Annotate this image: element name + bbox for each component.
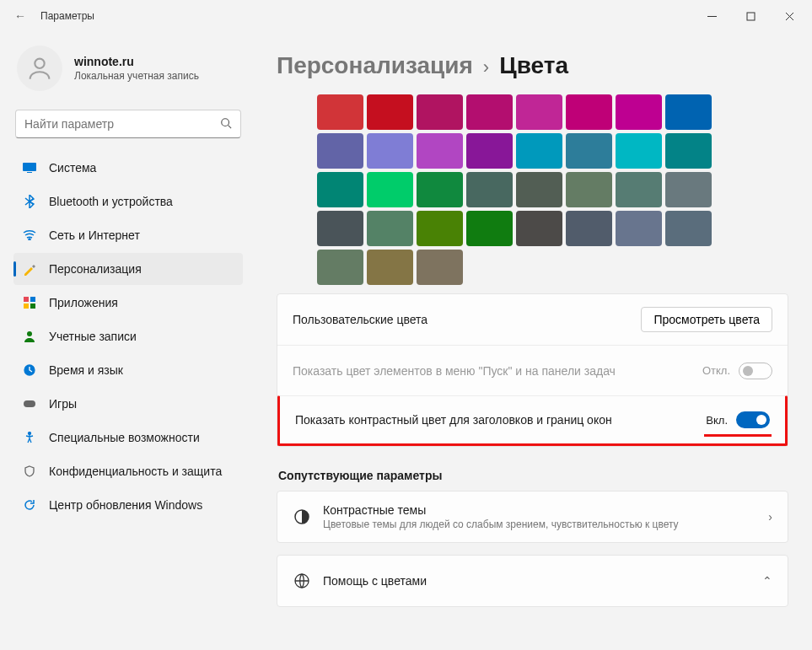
color-swatch[interactable]	[665, 133, 712, 169]
svg-rect-0	[747, 13, 755, 20]
color-swatch[interactable]	[317, 94, 363, 130]
color-palette	[317, 94, 788, 285]
globe-icon	[293, 572, 311, 589]
color-swatch[interactable]	[417, 172, 463, 207]
sidebar-item-gaming[interactable]: Игры	[13, 388, 243, 420]
custom-colors-label: Пользовательские цвета	[293, 313, 629, 326]
search-box[interactable]	[15, 110, 241, 138]
sidebar-item-system[interactable]: Система	[13, 152, 243, 184]
sidebar-item-bluetooth[interactable]: Bluetooth и устройства	[13, 185, 243, 218]
svg-point-5	[29, 239, 30, 240]
view-colors-button[interactable]: Просмотреть цвета	[641, 307, 772, 332]
close-button[interactable]	[770, 3, 809, 29]
svg-rect-9	[30, 304, 35, 309]
color-swatch[interactable]	[317, 172, 363, 207]
color-swatch[interactable]	[616, 211, 662, 246]
color-swatch[interactable]	[566, 133, 612, 169]
color-swatch[interactable]	[367, 133, 413, 169]
color-swatch[interactable]	[417, 133, 463, 169]
color-swatch[interactable]	[466, 94, 513, 130]
color-swatch[interactable]	[616, 172, 662, 207]
bluetooth-icon	[22, 194, 37, 209]
color-swatch[interactable]	[516, 172, 562, 207]
color-swatch[interactable]	[317, 250, 363, 285]
color-swatch[interactable]	[516, 211, 562, 246]
profile[interactable]: winnote.ru Локальная учетная запись	[10, 40, 246, 106]
sidebar-item-apps[interactable]: Приложения	[13, 287, 243, 319]
breadcrumb: Персонализация › Цвета	[277, 52, 788, 79]
maximize-button[interactable]	[731, 3, 770, 29]
accessibility-icon	[22, 430, 37, 445]
color-swatch[interactable]	[417, 211, 463, 246]
sidebar-item-label: Сеть и Интернет	[49, 228, 140, 242]
svg-rect-4	[27, 172, 32, 173]
privacy-icon	[22, 464, 37, 479]
sidebar-item-personalization[interactable]: Персонализация	[13, 253, 243, 285]
color-swatch[interactable]	[417, 250, 463, 285]
sidebar-item-label: Время и язык	[49, 363, 123, 377]
color-swatch[interactable]	[367, 172, 413, 207]
sidebar-item-label: Конфиденциальность и защита	[49, 465, 222, 478]
color-swatch[interactable]	[566, 211, 612, 246]
sidebar-item-time[interactable]: Время и язык	[13, 354, 243, 386]
title-borders-state: Вкл.	[706, 414, 728, 427]
title-borders-toggle[interactable]	[736, 411, 770, 428]
svg-point-10	[27, 331, 32, 336]
help-colors-card[interactable]: Помощь с цветами ⌃	[277, 555, 788, 607]
sidebar-item-accessibility[interactable]: Специальные возможности	[13, 422, 243, 454]
search-input[interactable]	[24, 117, 220, 131]
sidebar-item-accounts[interactable]: Учетные записи	[13, 320, 243, 352]
back-button[interactable]: ←	[3, 9, 37, 23]
color-swatch[interactable]	[466, 172, 513, 207]
chevron-up-icon: ⌃	[762, 574, 772, 588]
svg-rect-3	[23, 163, 36, 171]
sidebar-item-label: Специальные возможности	[49, 431, 200, 444]
color-swatch[interactable]	[367, 211, 413, 246]
color-swatch[interactable]	[616, 133, 662, 169]
help-colors-label: Помощь с цветами	[323, 574, 750, 588]
sidebar: winnote.ru Локальная учетная запись Сист…	[0, 32, 253, 650]
color-swatch[interactable]	[417, 94, 463, 130]
color-swatch[interactable]	[317, 211, 363, 246]
color-swatch[interactable]	[317, 133, 363, 169]
sidebar-item-label: Bluetooth и устройства	[49, 195, 173, 208]
update-icon	[22, 497, 37, 513]
color-swatch[interactable]	[566, 172, 612, 207]
search-icon	[220, 117, 232, 132]
sidebar-item-network[interactable]: Сеть и Интернет	[13, 219, 243, 251]
related-section-title: Сопутствующие параметры	[278, 469, 788, 482]
svg-rect-7	[30, 297, 35, 302]
custom-colors-row: Пользовательские цвета Просмотреть цвета	[277, 294, 788, 345]
title-borders-row: Показать контрастный цвет для заголовков…	[277, 395, 788, 446]
main-content: Персонализация › Цвета Пользовательские …	[253, 32, 812, 650]
color-swatch[interactable]	[566, 94, 612, 130]
color-swatch[interactable]	[516, 94, 562, 130]
color-swatch[interactable]	[665, 172, 712, 207]
minimize-button[interactable]	[692, 3, 731, 29]
color-swatch[interactable]	[466, 211, 513, 246]
start-taskbar-toggle	[739, 363, 772, 379]
contrast-themes-card[interactable]: Контрастные темы Цветовые темы для людей…	[277, 491, 788, 543]
sidebar-item-label: Персонализация	[49, 262, 142, 276]
network-icon	[22, 228, 37, 243]
color-swatch[interactable]	[367, 250, 413, 285]
sidebar-item-label: Учетные записи	[49, 330, 137, 343]
contrast-themes-sub: Цветовые темы для людей со слабым зрение…	[323, 518, 756, 530]
color-swatch[interactable]	[665, 211, 712, 246]
svg-rect-8	[24, 304, 29, 309]
sidebar-item-update[interactable]: Центр обновления Windows	[13, 489, 243, 521]
color-swatch[interactable]	[516, 133, 562, 169]
color-settings-card: Пользовательские цвета Просмотреть цвета…	[277, 293, 788, 447]
sidebar-item-label: Центр обновления Windows	[49, 498, 202, 512]
start-taskbar-label: Показать цвет элементов в меню "Пуск" и …	[293, 364, 691, 378]
breadcrumb-parent[interactable]: Персонализация	[277, 52, 473, 79]
color-swatch[interactable]	[665, 94, 712, 130]
color-swatch[interactable]	[367, 94, 413, 130]
sidebar-item-label: Система	[49, 161, 96, 175]
svg-rect-12	[24, 400, 35, 407]
color-swatch[interactable]	[616, 94, 662, 130]
svg-point-13	[29, 432, 31, 435]
color-swatch[interactable]	[466, 133, 513, 169]
time-icon	[22, 363, 37, 378]
sidebar-item-privacy[interactable]: Конфиденциальность и защита	[13, 455, 243, 487]
